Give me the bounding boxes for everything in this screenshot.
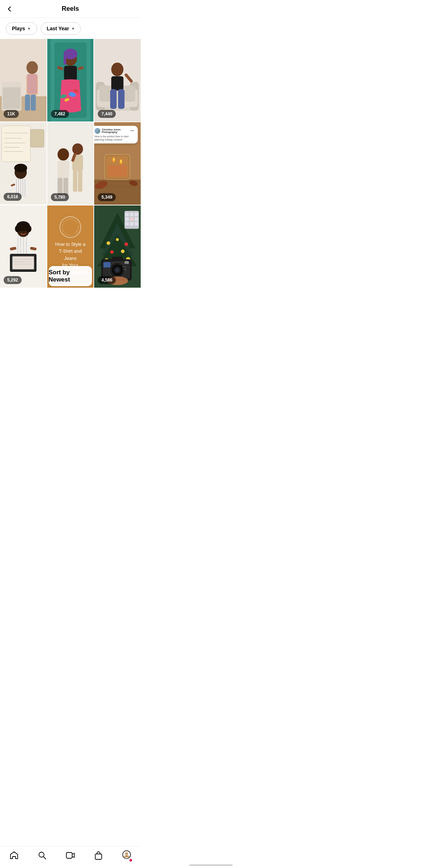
reel-plays-4: 6,018 [4, 193, 22, 201]
svg-rect-112 [135, 212, 138, 216]
svg-rect-53 [47, 122, 94, 205]
svg-point-105 [121, 249, 125, 253]
svg-rect-113 [126, 217, 129, 221]
svg-rect-33 [118, 89, 125, 109]
reels-grid: 11K [0, 39, 141, 288]
svg-rect-55 [57, 160, 69, 178]
reel-thumb-2 [47, 39, 94, 121]
notif-dots-icon: ••• [130, 129, 134, 133]
svg-rect-116 [126, 222, 129, 225]
svg-rect-32 [110, 89, 117, 109]
svg-text:1/125: 1/125 [123, 269, 127, 270]
reel-plays-1: 11K [4, 110, 19, 118]
svg-rect-117 [130, 222, 133, 225]
svg-rect-15 [64, 66, 77, 80]
reel-item-1[interactable]: 11K [0, 39, 47, 121]
svg-rect-110 [126, 212, 129, 216]
notif-header: Christina Jones Photography ••• [94, 128, 134, 134]
svg-text:PHOTOGRAPHY BRAND · PHOTOGRAPH: PHOTOGRAPHY BRAND · PHOTOGRAPHY BRAND · [60, 216, 79, 236]
svg-point-4 [26, 61, 38, 74]
svg-rect-28 [100, 85, 110, 102]
notif-text: Now is the perfect time to start plannin… [94, 135, 134, 141]
year-chevron-icon: ▼ [71, 27, 75, 31]
svg-rect-126 [125, 261, 129, 264]
svg-rect-31 [111, 76, 124, 90]
svg-point-79 [15, 225, 21, 232]
reel-item-6[interactable]: Christina Jones Photography ••• Now is t… [94, 122, 141, 205]
page-title: Reels [62, 5, 79, 13]
svg-point-101 [107, 241, 110, 245]
reel-plays-5: 5,780 [51, 193, 69, 201]
reel-plays-6: 5,349 [98, 193, 116, 201]
reels-grid-wrapper: 11K [0, 39, 141, 316]
filter-row: Plays ▼ Last Year ▼ [0, 18, 141, 39]
plays-filter-button[interactable]: Plays ▼ [6, 22, 37, 35]
back-button[interactable] [6, 5, 13, 13]
reel-plays-9: 4,586 [98, 276, 116, 284]
notif-avatar [94, 128, 100, 134]
svg-rect-42 [30, 129, 44, 147]
header: Reels [0, 0, 141, 18]
svg-rect-3 [3, 87, 21, 109]
back-arrow-icon [6, 5, 13, 13]
svg-point-104 [110, 250, 114, 254]
svg-rect-8 [31, 94, 36, 111]
svg-rect-91 [12, 256, 34, 269]
reel-thumb-9: f/1.8 1/125 [94, 205, 141, 288]
svg-rect-111 [130, 212, 133, 216]
year-filter-label: Last Year [47, 26, 69, 31]
plays-filter-label: Plays [12, 26, 25, 31]
svg-point-58 [72, 143, 83, 155]
svg-rect-69 [108, 165, 127, 177]
svg-point-54 [57, 148, 69, 160]
svg-point-124 [115, 268, 120, 272]
svg-rect-61 [78, 170, 82, 192]
svg-point-103 [116, 238, 119, 241]
svg-rect-114 [130, 217, 133, 221]
svg-point-73 [120, 160, 122, 163]
svg-rect-115 [135, 217, 138, 221]
sort-overlay-label: Sort by Newest [49, 269, 92, 283]
notif-name: Christina Jones Photography [102, 128, 129, 133]
svg-point-30 [111, 63, 124, 76]
reel-plays-3: 7,440 [98, 110, 116, 118]
reel-thumb-7 [0, 205, 47, 288]
svg-point-44 [14, 164, 27, 172]
svg-point-71 [113, 158, 115, 161]
svg-rect-7 [25, 94, 30, 111]
svg-rect-60 [73, 170, 77, 192]
svg-point-80 [26, 225, 31, 232]
svg-rect-6 [27, 74, 37, 94]
reel-plays-2: 7,482 [51, 110, 69, 118]
reel-item-9[interactable]: f/1.8 1/125 4,586 [94, 205, 141, 288]
svg-rect-125 [112, 257, 123, 260]
sort-overlay[interactable]: Sort by Newest [49, 266, 92, 286]
reel-plays-7: 5,292 [4, 276, 22, 284]
svg-rect-118 [135, 222, 138, 225]
notification-popup: Christina Jones Photography ••• Now is t… [94, 126, 138, 143]
reel-thumb-1 [0, 39, 47, 121]
reel-item-7[interactable]: 5,292 [0, 205, 47, 288]
svg-text:f/1.8: f/1.8 [123, 266, 126, 268]
svg-point-102 [125, 242, 128, 246]
reel-item-8[interactable]: PHOTOGRAPHY BRAND · PHOTOGRAPHY BRAND · … [47, 205, 94, 288]
svg-rect-29 [125, 85, 136, 102]
brand-ring-text: PHOTOGRAPHY BRAND · PHOTOGRAPHY BRAND · [60, 216, 81, 238]
reel-thumb-5 [47, 122, 94, 205]
svg-rect-128 [104, 262, 111, 267]
svg-rect-36 [2, 126, 31, 161]
plays-chevron-icon: ▼ [27, 27, 31, 31]
svg-rect-14 [63, 54, 66, 65]
reel-item-2[interactable]: 7,482 [47, 39, 94, 121]
reel-thumb-3 [94, 39, 141, 121]
reel-thumb-4 [0, 122, 47, 205]
reel-item-5[interactable]: 5,780 [47, 122, 94, 205]
reel-item-4[interactable]: 6,018 [0, 122, 47, 205]
year-filter-button[interactable]: Last Year ▼ [41, 22, 81, 35]
reel-item-3[interactable]: 7,440 [94, 39, 141, 121]
